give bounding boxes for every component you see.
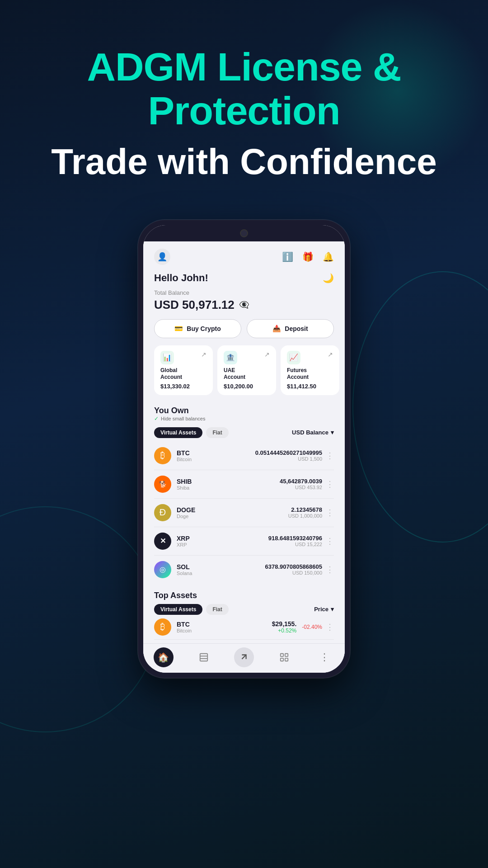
doge-amount: 2.12345678 — [288, 506, 322, 513]
price-filter[interactable]: Price ▾ — [314, 606, 334, 613]
svg-rect-6 — [281, 658, 283, 661]
xrp-info: XRP XRP — [177, 535, 268, 547]
btc-name: Bitcoin — [177, 457, 255, 462]
trade-nav-icon — [234, 647, 254, 667]
btc-values: 0.0514445260271049995 USD 1,500 — [255, 449, 322, 462]
greeting-text: Hello John! — [154, 272, 208, 284]
phone-outer: 👤 ℹ️ 🎁 🔔 Hello John! 🌙 Total — [138, 220, 350, 678]
btc-asset-item[interactable]: ₿ BTC Bitcoin 0.0514445260271049995 USD … — [154, 442, 334, 470]
account-cards: 📊 ↗ GlobalAccount $13,330.02 🏦 ↗ UAEAcco… — [143, 345, 345, 402]
svg-rect-0 — [200, 654, 208, 661]
doge-usd: USD 1,000,000 — [288, 513, 322, 519]
uae-account-balance: $10,200.00 — [224, 383, 270, 390]
shib-info: SHIB Shiba — [177, 478, 280, 491]
btc-logo: ₿ — [154, 447, 171, 464]
moon-icon[interactable]: 🌙 — [323, 273, 334, 283]
shib-asset-item[interactable]: 🐕 SHIB Shiba 45,642879.0039 USD 453.92 ⋮ — [154, 470, 334, 499]
sol-menu-icon[interactable]: ⋮ — [326, 565, 334, 575]
svg-rect-7 — [285, 658, 288, 661]
btc-info: BTC Bitcoin — [177, 449, 255, 462]
doge-info: DOGE Doge — [177, 506, 288, 519]
nav-more[interactable]: ⋮ — [305, 647, 345, 667]
uae-arrow-icon: ↗ — [264, 351, 270, 358]
hide-small-balances[interactable]: ✓ Hide small balances — [154, 415, 205, 422]
btc-top-symbol: BTC — [177, 621, 272, 628]
portfolio-nav-icon — [194, 647, 214, 667]
btc-price: $29,155. — [272, 620, 297, 627]
gift-icon[interactable]: 🎁 — [302, 251, 314, 262]
hello-section: Hello John! 🌙 — [143, 269, 345, 286]
futures-account-name: FuturesAccount — [287, 367, 333, 381]
doge-menu-icon[interactable]: ⋮ — [326, 508, 334, 518]
balance-label: Total Balance — [154, 289, 334, 296]
uae-account-card[interactable]: 🏦 ↗ UAEAccount $10,200.00 — [217, 345, 276, 395]
profile-icon[interactable]: 👤 — [154, 249, 170, 265]
sol-amount: 6378.9070805868605 — [265, 563, 322, 570]
camera-bar — [143, 225, 345, 241]
futures-account-card[interactable]: 📈 ↗ FuturesAccount $11,412.50 — [281, 345, 339, 395]
bell-icon[interactable]: 🔔 — [323, 251, 334, 262]
btc-top-name: Bitcoin — [177, 628, 272, 633]
virtual-assets-tab[interactable]: Virtual Assets — [154, 427, 202, 438]
hero-section: ADGM License & Protection Trade with Con… — [0, 0, 488, 211]
top-bar: 👤 ℹ️ 🎁 🔔 — [143, 241, 345, 269]
deposit-icon: 📥 — [272, 325, 281, 333]
hide-balance-icon[interactable]: 👁‍🗨 — [239, 300, 249, 310]
shib-amount: 45,642879.0039 — [280, 478, 322, 485]
doge-symbol: DOGE — [177, 506, 288, 514]
doge-name: Doge — [177, 514, 288, 519]
top-assets-section: Top Assets Virtual Assets Fiat Price ▾ — [143, 584, 345, 643]
nav-markets[interactable] — [264, 647, 305, 667]
futures-account-balance: $11,412.50 — [287, 383, 333, 390]
btc-top-asset-preview[interactable]: ₿ BTC Bitcoin $29,155. +0.52% -02.40% ⋮ — [154, 615, 334, 640]
you-own-title: You Own — [154, 406, 205, 415]
check-icon: ✓ — [154, 415, 159, 422]
global-account-balance: $13,330.02 — [160, 383, 206, 390]
action-buttons: 💳 Buy Crypto 📥 Deposit — [143, 319, 345, 345]
svg-rect-5 — [285, 654, 288, 656]
deposit-button[interactable]: 📥 Deposit — [247, 319, 334, 338]
sol-values: 6378.9070805868605 USD 150,000 — [265, 563, 322, 576]
nav-home[interactable]: 🏠 — [143, 647, 183, 667]
xrp-name: XRP — [177, 542, 268, 547]
doge-asset-item[interactable]: Ð DOGE Doge 2.12345678 USD 1,000,000 ⋮ — [154, 499, 334, 527]
sol-name: Solana — [177, 571, 265, 576]
global-account-card[interactable]: 📊 ↗ GlobalAccount $13,330.02 — [154, 345, 213, 395]
bottom-nav: 🏠 — [143, 643, 345, 673]
chevron-down-icon: ▾ — [331, 429, 334, 436]
xrp-asset-item[interactable]: ✕ XRP XRP 918.6481593240796 USD 15,222 ⋮ — [154, 527, 334, 556]
btc-top-info: BTC Bitcoin — [177, 621, 272, 633]
btc-top-menu-icon[interactable]: ⋮ — [326, 622, 334, 632]
phone-wrapper: 👤 ℹ️ 🎁 🔔 Hello John! 🌙 Total — [0, 220, 488, 678]
filter-row: Virtual Assets Fiat USD Balance ▾ — [143, 424, 345, 442]
shib-values: 45,642879.0039 USD 453.92 — [280, 478, 322, 490]
top-virtual-assets-tab[interactable]: Virtual Assets — [154, 604, 202, 615]
home-nav-icon: 🏠 — [154, 647, 174, 667]
btc-top-logo: ₿ — [154, 618, 171, 636]
xrp-menu-icon[interactable]: ⋮ — [326, 536, 334, 546]
top-bar-right: ℹ️ 🎁 🔔 — [282, 251, 334, 262]
balance-section: Total Balance USD 50,971.12 👁‍🗨 — [143, 286, 345, 319]
buy-crypto-button[interactable]: 💳 Buy Crypto — [154, 319, 241, 338]
top-fiat-tab[interactable]: Fiat — [206, 604, 228, 615]
shib-usd: USD 453.92 — [280, 485, 322, 490]
btc-usd: USD 1,500 — [255, 456, 322, 462]
sol-logo: ◎ — [154, 561, 171, 578]
nav-portfolio[interactable] — [183, 647, 224, 667]
shib-menu-icon[interactable]: ⋮ — [326, 479, 334, 489]
markets-nav-icon — [274, 647, 294, 667]
svg-rect-4 — [281, 654, 283, 656]
buy-crypto-icon: 💳 — [174, 325, 183, 333]
fiat-tab[interactable]: Fiat — [206, 427, 228, 438]
global-account-name: GlobalAccount — [160, 367, 206, 381]
top-assets-filter-row: Virtual Assets Fiat Price ▾ — [154, 604, 334, 615]
sol-asset-item[interactable]: ◎ SOL Solana 6378.9070805868605 USD 150,… — [154, 556, 334, 584]
phone-screen: 👤 ℹ️ 🎁 🔔 Hello John! 🌙 Total — [143, 225, 345, 673]
asset-list: ₿ BTC Bitcoin 0.0514445260271049995 USD … — [143, 442, 345, 584]
balance-filter[interactable]: USD Balance ▾ — [292, 429, 334, 436]
btc-menu-icon[interactable]: ⋮ — [326, 451, 334, 461]
nav-trade[interactable] — [224, 647, 264, 667]
top-assets-filter-tabs: Virtual Assets Fiat — [154, 604, 229, 615]
xrp-values: 918.6481593240796 USD 15,222 — [268, 535, 322, 547]
info-icon[interactable]: ℹ️ — [282, 251, 293, 262]
